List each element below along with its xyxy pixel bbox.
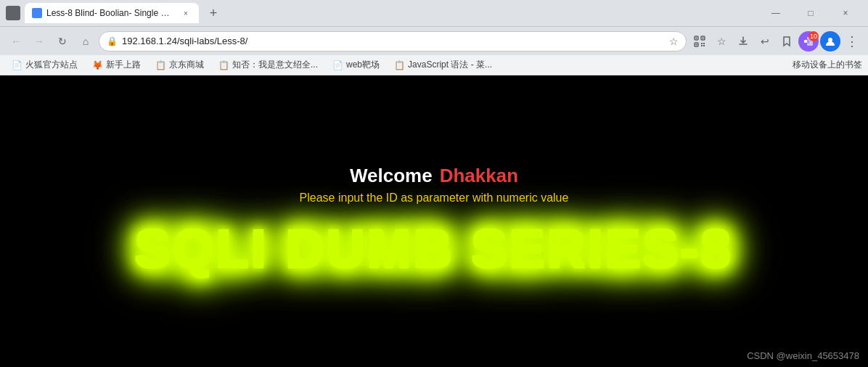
nav-right-icons: ☆ ↩ 10: [689, 31, 862, 51]
dhakkan-text: Dhakkan: [440, 165, 518, 187]
bookmark-label-1: 火狐官方站点: [25, 59, 78, 71]
subtitle-text: Please input the ID as parameter with nu…: [300, 191, 569, 205]
bookmark-label-6: JavaScript 语法 - 菜...: [408, 59, 492, 71]
close-button[interactable]: ×: [829, 0, 862, 26]
browser-window: Less-8 Blind- Boolian- Single Qu... × + …: [0, 0, 868, 367]
welcome-section: Welcome Dhakkan Please input the ID as p…: [300, 165, 569, 205]
welcome-text: Welcome: [350, 165, 433, 187]
svg-rect-8: [696, 44, 697, 45]
bookmark-item-5[interactable]: 📄 web靶场: [327, 57, 385, 73]
qr-code-button[interactable]: [689, 31, 710, 51]
address-bar[interactable]: 🔒 192.168.1.24/sqli-labs/Less-8/ ☆: [99, 31, 687, 51]
svg-rect-11: [701, 45, 703, 46]
tab-title: Less-8 Blind- Boolian- Single Qu...: [46, 8, 176, 18]
security-icon: 🔒: [107, 36, 118, 46]
bookmark-favicon-4: 📋: [218, 60, 229, 70]
welcome-line: Welcome Dhakkan: [300, 165, 569, 187]
bookmark-item-6[interactable]: 📋 JavaScript 语法 - 菜...: [388, 57, 498, 73]
bookmark-favicon-2: 🦊: [92, 60, 103, 70]
extensions-button[interactable]: 10: [798, 31, 819, 51]
bookmark-label-2: 新手上路: [106, 59, 141, 71]
svg-rect-9: [701, 43, 703, 44]
bookmark-favicon-6: 📋: [394, 60, 405, 70]
window-controls: — □ ×: [759, 0, 862, 26]
profile-button[interactable]: [820, 31, 840, 51]
bookmark-folder-icon-1: 📄: [12, 60, 22, 70]
mobile-bookmarks-label: 移动设备上的书签: [793, 59, 862, 70]
page-content: Welcome Dhakkan Please input the ID as p…: [0, 75, 868, 367]
svg-rect-6: [696, 37, 697, 38]
bookmark-item-1[interactable]: 📄 火狐官方站点: [6, 57, 83, 73]
undo-button[interactable]: ↩: [755, 31, 775, 51]
navigation-bar: ← → ↻ ⌂ 🔒 192.168.1.24/sqli-labs/Less-8/…: [0, 26, 868, 55]
svg-rect-10: [703, 43, 705, 44]
bookmark-label-4: 知否：我是意文绍全...: [232, 59, 318, 71]
download-button[interactable]: [733, 31, 753, 51]
new-tab-button[interactable]: +: [203, 3, 224, 23]
sqli-main-title: SQLI DUMB SERIES-8: [135, 219, 733, 279]
svg-rect-0: [9, 9, 17, 11]
star-button[interactable]: ☆: [711, 31, 732, 51]
bookmarks-bar: 📄 火狐官方站点 🦊 新手上路 📋 京东商城 📋 知否：我是意文绍全... 📄 …: [0, 55, 868, 75]
bookmark-label-3: 京东商城: [169, 59, 204, 71]
bookmark-favicon-3: 📋: [155, 60, 166, 70]
svg-rect-7: [703, 37, 704, 38]
forward-button[interactable]: →: [29, 31, 49, 51]
svg-rect-1: [9, 12, 17, 14]
back-button[interactable]: ←: [6, 31, 26, 51]
mobile-bookmarks[interactable]: 移动设备上的书签: [793, 59, 862, 71]
tab-favicon: [32, 8, 42, 18]
tab-bar-left: Less-8 Blind- Boolian- Single Qu... × +: [6, 3, 224, 23]
bookmark-item-2[interactable]: 🦊 新手上路: [86, 57, 147, 73]
bookmark-manager-button[interactable]: [777, 31, 797, 51]
active-tab[interactable]: Less-8 Blind- Boolian- Single Qu... ×: [25, 3, 199, 23]
browser-sidebar-icon[interactable]: [6, 6, 20, 20]
bookmark-item-3[interactable]: 📋 京东商城: [150, 57, 210, 73]
url-text: 192.168.1.24/sqli-labs/Less-8/: [122, 36, 665, 46]
tab-close-button[interactable]: ×: [180, 7, 192, 19]
svg-rect-2: [9, 15, 15, 17]
minimize-button[interactable]: —: [759, 0, 793, 26]
bookmark-star-icon[interactable]: ☆: [669, 36, 679, 47]
title-bar: Less-8 Blind- Boolian- Single Qu... × + …: [0, 0, 868, 26]
bookmark-label-5: web靶场: [346, 59, 380, 71]
maximize-button[interactable]: □: [794, 0, 827, 26]
extensions-count: 10: [808, 31, 819, 41]
svg-rect-13: [804, 40, 807, 43]
svg-rect-12: [703, 45, 705, 46]
menu-button[interactable]: ⋮: [842, 31, 862, 51]
home-button[interactable]: ⌂: [75, 31, 96, 51]
watermark: CSDN @weixin_45653478: [747, 350, 859, 361]
refresh-button[interactable]: ↻: [52, 31, 73, 51]
bookmark-item-4[interactable]: 📋 知否：我是意文绍全...: [213, 57, 324, 73]
bookmark-favicon-5: 📄: [332, 60, 343, 70]
